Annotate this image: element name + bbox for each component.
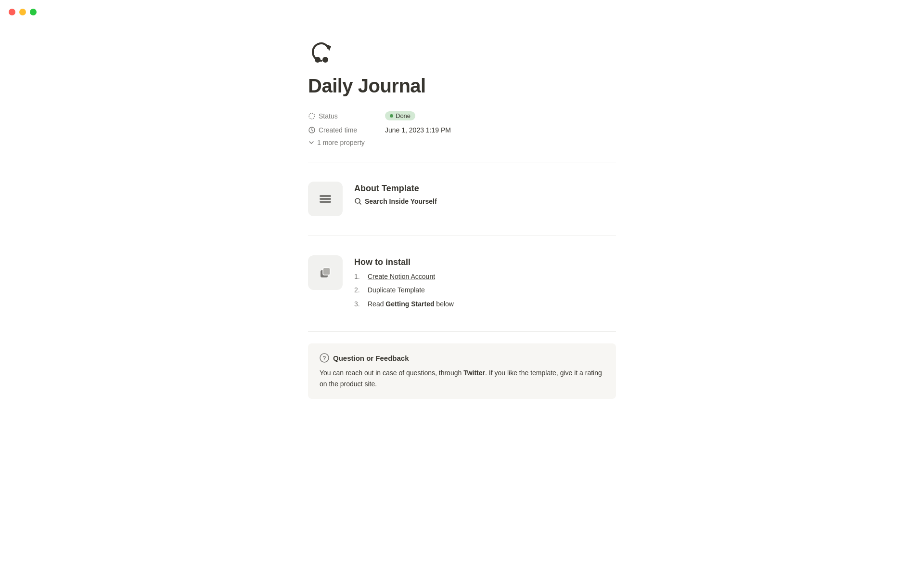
divider-1 xyxy=(308,162,616,162)
svg-rect-5 xyxy=(320,195,331,197)
install-list: 1. Create Notion Account 2. Duplicate Te… xyxy=(354,271,616,309)
search-inside-yourself-link[interactable]: Search Inside Yourself xyxy=(354,197,437,205)
getting-started-bold: Getting Started xyxy=(385,300,434,308)
feedback-text: You can reach out in case of questions, … xyxy=(320,368,604,389)
divider-3 xyxy=(308,331,616,332)
step-text-1[interactable]: Create Notion Account xyxy=(368,271,435,282)
step-number-2: 2. xyxy=(354,285,364,295)
step-text-3: Read Getting Started below xyxy=(368,299,454,309)
svg-point-3 xyxy=(309,113,315,119)
chevron-down-icon xyxy=(308,139,315,146)
feedback-title: Question or Feedback xyxy=(333,354,409,362)
about-title: About Template xyxy=(354,184,616,194)
feedback-header: ? Question or Feedback xyxy=(320,353,604,363)
created-time-label: Created time xyxy=(308,126,385,134)
search-icon xyxy=(354,197,362,205)
status-dot xyxy=(390,114,393,118)
install-section: How to install 1. Create Notion Account … xyxy=(308,248,616,320)
duplicate-icon xyxy=(317,264,334,281)
install-step-1: 1. Create Notion Account xyxy=(354,271,616,282)
page-icon xyxy=(308,39,337,67)
question-icon: ? xyxy=(320,353,329,363)
created-time-value: June 1, 2023 1:19 PM xyxy=(385,126,451,134)
step-number-3: 3. xyxy=(354,299,364,309)
status-icon xyxy=(308,112,316,120)
about-content: About Template Search Inside Yourself xyxy=(354,182,616,207)
feedback-box: ? Question or Feedback You can reach out… xyxy=(308,343,616,399)
status-value[interactable]: Done xyxy=(385,111,415,120)
status-label: Status xyxy=(308,112,385,120)
page-title: Daily Journal xyxy=(308,75,616,97)
status-badge: Done xyxy=(385,111,415,120)
layers-icon xyxy=(317,190,334,208)
install-icon-container xyxy=(308,255,343,290)
created-time-property-row: Created time June 1, 2023 1:19 PM xyxy=(308,123,616,137)
traffic-lights xyxy=(9,9,37,15)
about-section: About Template Search Inside Yourself xyxy=(308,174,616,224)
more-properties-toggle[interactable]: 1 more property xyxy=(308,139,616,146)
svg-text:?: ? xyxy=(322,355,326,362)
install-step-3: 3. Read Getting Started below xyxy=(354,299,616,309)
install-step-2: 2. Duplicate Template xyxy=(354,285,616,295)
svg-rect-6 xyxy=(320,198,331,200)
install-title: How to install xyxy=(354,257,616,267)
svg-point-2 xyxy=(322,57,328,63)
svg-point-1 xyxy=(315,57,321,63)
minimize-button[interactable] xyxy=(19,9,26,15)
properties-section: Status Done Created time June 1, 2023 1:… xyxy=(308,108,616,146)
close-button[interactable] xyxy=(9,9,15,15)
about-icon-container xyxy=(308,182,343,216)
divider-2 xyxy=(308,236,616,236)
svg-rect-10 xyxy=(323,268,330,275)
install-content: How to install 1. Create Notion Account … xyxy=(354,255,616,312)
status-property-row: Status Done xyxy=(308,108,616,123)
twitter-link[interactable]: Twitter xyxy=(463,369,485,377)
maximize-button[interactable] xyxy=(30,9,37,15)
step-number-1: 1. xyxy=(354,271,364,282)
clock-icon xyxy=(308,126,316,134)
svg-rect-7 xyxy=(320,201,331,203)
page-content: Daily Journal Status Done xyxy=(289,0,635,437)
step-text-2: Duplicate Template xyxy=(368,285,425,295)
